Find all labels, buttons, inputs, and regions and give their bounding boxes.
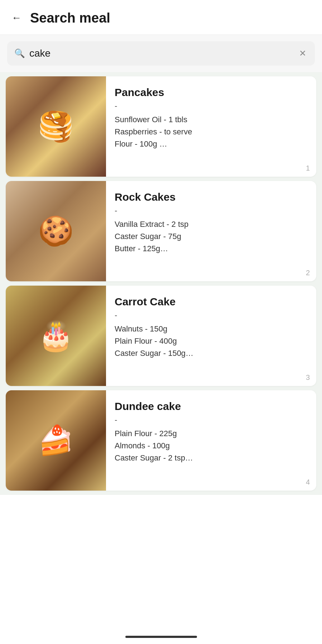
result-content: Pancakes - Sunflower Oil - 1 tblsRaspber… (106, 76, 316, 177)
result-card[interactable]: Dundee cake - Plain Flour - 225gAlmonds … (6, 390, 316, 491)
result-image (6, 181, 106, 281)
result-separator: - (115, 101, 308, 111)
header: ← Search meal (0, 0, 322, 35)
home-indicator (125, 636, 197, 638)
result-name: Rock Cakes (115, 191, 308, 203)
search-bar-container: 🔍 ✕ (0, 35, 322, 72)
result-content: Rock Cakes - Vanilla Extract - 2 tspCast… (106, 181, 316, 281)
result-ingredients: Walnuts - 150gPlain Flour - 400gCaster S… (115, 323, 308, 359)
result-content: Carrot Cake - Walnuts - 150gPlain Flour … (106, 286, 316, 386)
result-separator: - (115, 311, 308, 320)
result-number: 1 (306, 164, 310, 172)
result-name: Pancakes (115, 86, 308, 99)
clear-search-button[interactable]: ✕ (298, 47, 308, 60)
result-card[interactable]: Carrot Cake - Walnuts - 150gPlain Flour … (6, 286, 316, 386)
search-icon: 🔍 (14, 48, 25, 58)
result-card[interactable]: Rock Cakes - Vanilla Extract - 2 tspCast… (6, 181, 316, 281)
result-ingredients: Vanilla Extract - 2 tspCaster Sugar - 75… (115, 218, 308, 255)
result-image (6, 286, 106, 386)
results-list: Pancakes - Sunflower Oil - 1 tblsRaspber… (0, 72, 322, 495)
result-content: Dundee cake - Plain Flour - 225gAlmonds … (106, 390, 316, 491)
result-number: 3 (306, 373, 310, 382)
result-number: 2 (306, 269, 310, 277)
result-number: 4 (306, 478, 310, 486)
result-card[interactable]: Pancakes - Sunflower Oil - 1 tblsRaspber… (6, 76, 316, 177)
result-ingredients: Plain Flour - 225gAlmonds - 100gCaster S… (115, 428, 308, 464)
search-input[interactable] (29, 48, 293, 59)
result-image (6, 390, 106, 491)
bottom-bar (0, 630, 322, 644)
back-button[interactable]: ← (9, 10, 24, 26)
result-name: Dundee cake (115, 400, 308, 412)
result-separator: - (115, 415, 308, 425)
result-image (6, 76, 106, 177)
result-separator: - (115, 206, 308, 215)
page-title: Search meal (30, 10, 110, 26)
result-name: Carrot Cake (115, 296, 308, 308)
back-arrow-icon: ← (11, 13, 21, 23)
result-ingredients: Sunflower Oil - 1 tblsRaspberries - to s… (115, 114, 308, 150)
search-bar: 🔍 ✕ (7, 41, 315, 66)
